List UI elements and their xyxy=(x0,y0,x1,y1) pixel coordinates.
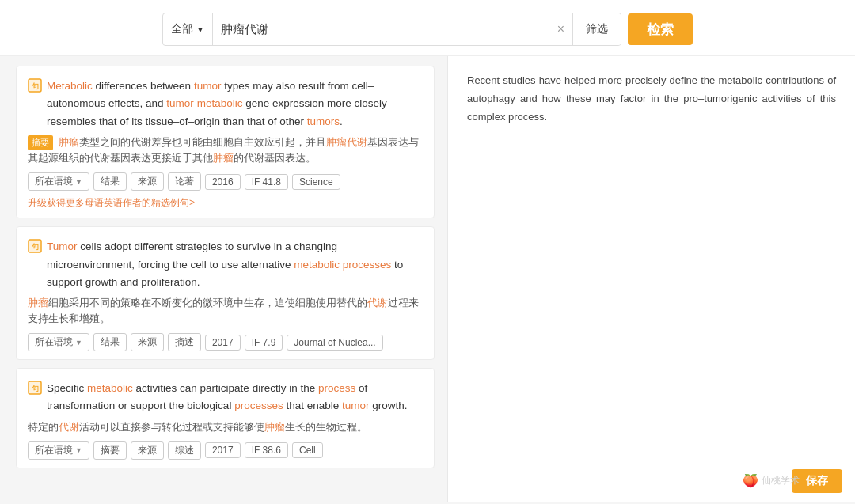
tag-if-2[interactable]: IF 7.9 xyxy=(245,335,283,351)
result-icon-3: 句 xyxy=(28,381,42,395)
zh-translation-1: 摘要 肿瘤类型之间的代谢差异也可能由细胞自主效应引起，并且肿瘤代谢基因表达与其起… xyxy=(28,135,423,167)
results-panel: 句 Metabolic differences between tumor ty… xyxy=(0,56,447,502)
tag-context-2[interactable]: 所在语境 ▼ xyxy=(28,333,89,351)
result-title-row-2: 句 Tumor cells adopt different strategies… xyxy=(28,238,423,291)
svg-text:句: 句 xyxy=(31,243,39,251)
tag-if-1[interactable]: IF 41.8 xyxy=(245,174,288,190)
tag-source-1[interactable]: 来源 xyxy=(131,172,164,191)
tag-journal-2[interactable]: Journal of Nuclea... xyxy=(287,335,382,351)
tag-year-1[interactable]: 2016 xyxy=(205,174,241,190)
zh-translation-3: 特定的代谢活动可以直接参与转化过程或支持能够使肿瘤生长的生物过程。 xyxy=(28,419,423,435)
search-category-dropdown[interactable]: 全部 ▼ xyxy=(163,13,213,45)
search-button[interactable]: 检索 xyxy=(628,13,693,45)
chevron-down-icon: ▼ xyxy=(196,25,204,34)
result-icon-1: 句 xyxy=(28,78,42,93)
svg-text:句: 句 xyxy=(31,82,39,90)
tag-source-2[interactable]: 来源 xyxy=(131,333,164,351)
result-item-1: 句 Metabolic differences between tumor ty… xyxy=(16,66,435,218)
detail-text: Recent studies have helped more precisel… xyxy=(467,72,836,126)
result-title-row-1: 句 Metabolic differences between tumor ty… xyxy=(28,78,423,131)
tag-year-3[interactable]: 2017 xyxy=(205,442,241,458)
clear-icon[interactable]: × xyxy=(549,23,572,36)
tag-context-3[interactable]: 所在语境 ▼ xyxy=(28,441,89,460)
result-item-3: 句 Specific metabolic activities can part… xyxy=(16,368,435,468)
search-input[interactable] xyxy=(213,13,549,45)
result-text-1: Metabolic differences between tumor type… xyxy=(47,78,423,131)
tag-context-1[interactable]: 所在语境 ▼ xyxy=(28,172,89,191)
tag-year-2[interactable]: 2017 xyxy=(205,335,241,351)
tags-row-3: 所在语境 ▼ 摘要 来源 综述 2017 IF 38.6 Cell xyxy=(28,441,423,460)
watermark-icon: 🍑 xyxy=(743,470,758,491)
result-icon-2: 句 xyxy=(28,239,42,253)
tag-type-3[interactable]: 综述 xyxy=(168,441,201,460)
result-text-3: Specific metabolic activities can partic… xyxy=(47,380,423,415)
tag-type-1[interactable]: 论著 xyxy=(168,172,201,191)
result-text-2: Tumor cells adopt different strategies t… xyxy=(47,238,423,291)
category-label: 全部 xyxy=(171,22,193,36)
svg-text:句: 句 xyxy=(31,385,39,392)
zh-badge-1: 摘要 xyxy=(28,135,53,151)
tag-journal-3[interactable]: Cell xyxy=(292,442,323,458)
tags-row-2: 所在语境 ▼ 结果 来源 摘述 2017 IF 7.9 Journal of N… xyxy=(28,333,423,351)
detail-panel: Recent studies have helped more precisel… xyxy=(447,56,855,502)
zh-translation-2: 肿瘤细胞采用不同的策略在不断变化的微环境中生存，迫使细胞使用替代的代谢过程来支持… xyxy=(28,295,423,327)
filter-button[interactable]: 筛选 xyxy=(572,13,621,45)
tag-journal-1[interactable]: Science xyxy=(292,174,340,190)
result-item-2: 句 Tumor cells adopt different strategies… xyxy=(16,226,435,360)
tag-result-1[interactable]: 结果 xyxy=(93,172,127,191)
tag-if-3[interactable]: IF 38.6 xyxy=(245,442,288,458)
tags-row-1: 所在语境 ▼ 结果 来源 论著 2016 IF 41.8 Science xyxy=(28,172,423,191)
search-bar: 全部 ▼ × 筛选 检索 xyxy=(0,0,855,56)
search-wrapper: 全部 ▼ × 筛选 xyxy=(162,13,621,46)
result-title-row-3: 句 Specific metabolic activities can part… xyxy=(28,380,423,415)
tag-type-2[interactable]: 摘述 xyxy=(168,333,201,351)
save-button[interactable]: 保存 xyxy=(792,469,842,493)
main-content: 句 Metabolic differences between tumor ty… xyxy=(0,56,855,502)
upgrade-link-1[interactable]: 升级获得更多母语英语作者的精选例句> xyxy=(28,196,423,210)
tag-result-2[interactable]: 结果 xyxy=(93,333,127,351)
tag-source-3[interactable]: 来源 xyxy=(131,441,164,460)
tag-abstract-3[interactable]: 摘要 xyxy=(93,441,127,460)
